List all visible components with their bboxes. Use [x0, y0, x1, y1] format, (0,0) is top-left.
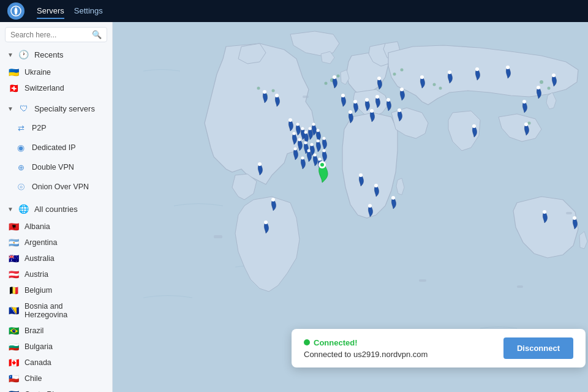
argentina-flag: 🇦🇷	[7, 238, 20, 247]
svg-point-41	[271, 198, 275, 202]
svg-point-40	[368, 204, 372, 208]
svg-point-46	[301, 127, 304, 130]
austria-flag: 🇦🇹	[7, 270, 20, 279]
server-address: Connected to us2919.nordvpn.com	[304, 350, 428, 359]
svg-point-10	[540, 80, 543, 84]
chile-flag: 🇨🇱	[7, 374, 20, 383]
svg-point-21	[341, 94, 345, 97]
bulgaria-flag: 🇧🇬	[7, 342, 20, 351]
canada-flag: 🇨🇦	[7, 358, 20, 367]
svg-point-53	[311, 143, 314, 146]
svg-point-45	[296, 123, 300, 126]
ukraine-flag: 🇺🇦	[7, 68, 20, 77]
svg-point-59	[301, 157, 304, 160]
specialty-icon: 🛡	[18, 103, 29, 114]
recents-section[interactable]: ▼ 🕐 Recents	[0, 45, 112, 64]
australia-label: Australia	[24, 254, 105, 263]
svg-point-60	[294, 148, 297, 151]
sidebar-item-double-vpn[interactable]: ⊕ Double VPN	[0, 157, 112, 177]
svg-point-56	[323, 137, 326, 140]
sidebar-item-dedicated-ip[interactable]: ◉ Dedicated IP	[0, 138, 112, 157]
double-vpn-label: Double VPN	[32, 163, 74, 172]
svg-point-35	[537, 86, 540, 89]
disconnect-button[interactable]: Disconnect	[503, 337, 573, 359]
brazil-flag: 🇧🇷	[7, 326, 20, 335]
map-area: Connected! Connected to us2919.nordvpn.c…	[113, 22, 588, 392]
bosnia-flag: 🇧🇦	[7, 306, 20, 315]
svg-point-51	[298, 138, 301, 141]
svg-point-31	[420, 75, 424, 79]
sidebar: 🔍 ▼ 🕐 Recents 🇺🇦 Ukraine 🇨🇭 Switzerland …	[0, 22, 113, 392]
svg-point-16	[401, 69, 404, 72]
connection-bar: Connected! Connected to us2919.nordvpn.c…	[292, 329, 586, 368]
svg-point-18	[528, 122, 531, 125]
svg-point-33	[475, 67, 479, 71]
svg-point-38	[524, 123, 528, 126]
sidebar-item-argentina[interactable]: 🇦🇷 Argentina	[0, 235, 112, 251]
svg-rect-6	[566, 212, 572, 214]
search-input[interactable]	[10, 31, 88, 39]
svg-point-36	[522, 100, 526, 104]
svg-point-17	[393, 73, 396, 76]
sidebar-item-belgium[interactable]: 🇧🇪 Belgium	[0, 282, 112, 298]
svg-point-37	[472, 124, 476, 128]
svg-point-68	[391, 196, 395, 200]
svg-point-28	[377, 77, 381, 80]
svg-point-50	[317, 129, 320, 132]
svg-point-49	[312, 123, 315, 126]
ukraine-label: Ukraine	[24, 68, 105, 77]
svg-point-72	[552, 74, 556, 77]
svg-point-11	[548, 87, 551, 90]
svg-point-29	[400, 88, 404, 91]
sidebar-item-costa-rica[interactable]: 🇨🇷 Costa Rica	[0, 386, 112, 392]
albania-flag: 🇦🇱	[7, 222, 20, 231]
sidebar-item-bosnia[interactable]: 🇧🇦 Bosnia and Herzegovina	[0, 298, 112, 323]
svg-point-34	[506, 66, 510, 69]
sidebar-item-austria[interactable]: 🇦🇹 Austria	[0, 266, 112, 282]
sidebar-item-brazil[interactable]: 🇧🇷 Brazil	[0, 323, 112, 339]
switzerland-flag: 🇨🇭	[7, 84, 20, 92]
onion-vpn-label: Onion Over VPN	[32, 183, 89, 191]
svg-point-64	[320, 163, 324, 167]
sidebar-item-canada[interactable]: 🇨🇦 Canada	[0, 355, 112, 371]
sidebar-item-australia[interactable]: 🇦🇺 Australia	[0, 251, 112, 266]
all-countries-section[interactable]: ▼ 🌐 All countries	[0, 199, 112, 219]
onion-icon: ⦾	[15, 181, 27, 193]
svg-point-47	[304, 131, 307, 134]
svg-point-26	[375, 95, 379, 99]
australia-flag: 🇦🇺	[7, 254, 20, 263]
svg-point-14	[272, 89, 275, 92]
connected-label-text: Connected!	[314, 338, 358, 347]
connected-status: Connected!	[304, 338, 428, 347]
sidebar-item-albania[interactable]: 🇦🇱 Albania	[0, 219, 112, 235]
svg-point-20	[439, 87, 442, 90]
svg-rect-3	[419, 279, 426, 282]
tab-settings[interactable]: Settings	[74, 4, 103, 19]
svg-point-70	[333, 75, 336, 79]
svg-rect-2	[214, 235, 222, 238]
svg-point-8	[337, 75, 340, 78]
svg-point-52	[304, 141, 307, 145]
belgium-flag: 🇧🇪	[7, 286, 20, 295]
globe-icon: 🌐	[18, 203, 29, 214]
svg-point-69	[573, 216, 576, 220]
sidebar-item-bulgaria[interactable]: 🇧🇬 Bulgaria	[0, 339, 112, 355]
tab-servers[interactable]: Servers	[37, 4, 64, 19]
svg-point-54	[317, 140, 320, 143]
svg-point-42	[264, 221, 268, 224]
sidebar-item-chile[interactable]: 🇨🇱 Chile	[0, 371, 112, 386]
belgium-label: Belgium	[24, 286, 105, 295]
sidebar-item-switzerland[interactable]: 🇨🇭 Switzerland	[0, 80, 112, 96]
svg-rect-4	[517, 285, 523, 288]
app-logo	[7, 2, 24, 20]
svg-point-32	[448, 70, 451, 74]
svg-point-65	[258, 162, 262, 166]
dedicated-ip-label: Dedicated IP	[32, 143, 76, 152]
specialty-section[interactable]: ▼ 🛡 Specialty servers	[0, 99, 112, 118]
topbar: Servers Settings	[0, 0, 588, 22]
sidebar-item-onion-over-vpn[interactable]: ⦾ Onion Over VPN	[0, 177, 112, 197]
sidebar-item-ukraine[interactable]: 🇺🇦 Ukraine	[0, 64, 112, 80]
top-nav: Servers Settings	[37, 4, 103, 19]
svg-point-22	[353, 100, 357, 104]
sidebar-item-p2p[interactable]: ⇄ P2P	[0, 118, 112, 138]
